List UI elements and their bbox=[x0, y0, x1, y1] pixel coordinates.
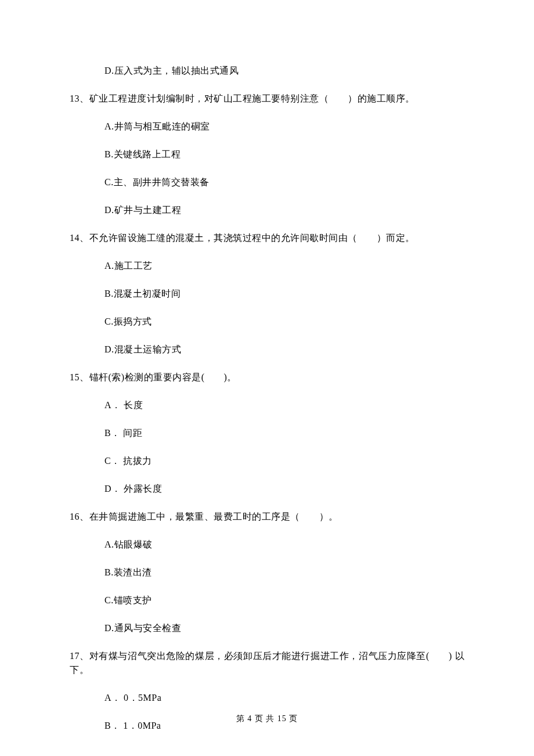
q12-option-d: D.压入式为主，辅以抽出式通风 bbox=[104, 64, 464, 78]
q14-option-a: A.施工工艺 bbox=[104, 259, 464, 273]
q13-option-d: D.矿井与土建工程 bbox=[104, 203, 464, 217]
q16-stem: 16、在井筒掘进施工中，最繁重、最费工时的工序是（ ）。 bbox=[70, 510, 464, 524]
q13-stem: 13、矿业工程进度计划编制时，对矿山工程施工要特别注意（ ）的施工顺序。 bbox=[70, 92, 464, 106]
q13-option-b: B.关键线路上工程 bbox=[104, 147, 464, 161]
page-footer: 第 4 页 共 15 页 bbox=[0, 712, 534, 725]
q14-option-b: B.混凝土初凝时间 bbox=[104, 287, 464, 301]
q15-option-a: A． 长度 bbox=[104, 398, 464, 412]
q13-option-c: C.主、副井井筒交替装备 bbox=[104, 175, 464, 189]
q16-option-b: B.装渣出渣 bbox=[104, 566, 464, 579]
q16-option-d: D.通风与安全检查 bbox=[104, 621, 464, 635]
document-page: D.压入式为主，辅以抽出式通风 13、矿业工程进度计划编制时，对矿山工程施工要特… bbox=[0, 0, 534, 733]
q17-option-a: A． 0．5MPa bbox=[104, 691, 464, 705]
q14-option-c: C.振捣方式 bbox=[104, 315, 464, 329]
q14-option-d: D.混凝土运输方式 bbox=[104, 343, 464, 357]
q14-stem: 14、不允许留设施工缝的混凝土，其浇筑过程中的允许间歇时间由（ ）而定。 bbox=[70, 231, 464, 245]
q16-option-c: C.锚喷支护 bbox=[104, 593, 464, 607]
q15-option-b: B． 间距 bbox=[104, 426, 464, 440]
q13-option-a: A.井筒与相互毗连的硐室 bbox=[104, 120, 464, 134]
q15-option-c: C． 抗拔力 bbox=[104, 454, 464, 468]
q15-stem: 15、锚杆(索)检测的重要内容是( )。 bbox=[70, 370, 464, 384]
q15-option-d: D． 外露长度 bbox=[104, 482, 464, 496]
q17-stem: 17、对有煤与沼气突出危险的煤层，必须卸压后才能进行掘进工作，沼气压力应降至( … bbox=[70, 649, 464, 677]
q16-option-a: A.钻眼爆破 bbox=[104, 538, 464, 552]
